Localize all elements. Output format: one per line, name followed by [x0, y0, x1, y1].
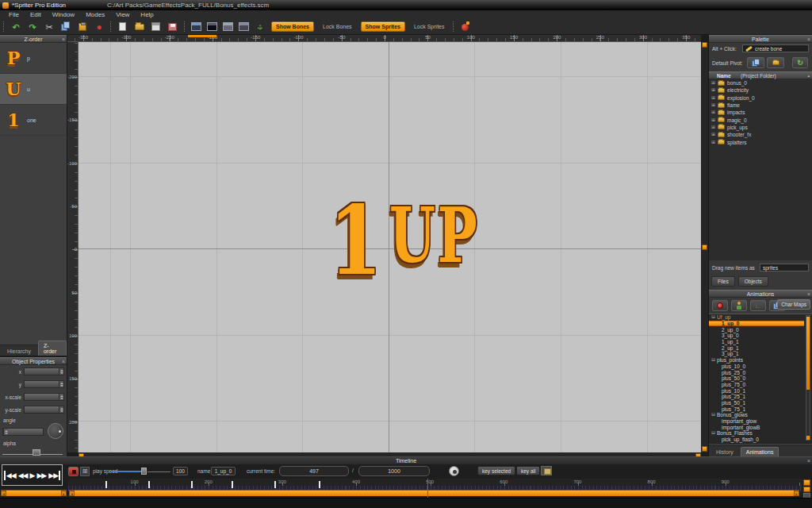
paste-icon[interactable]	[77, 21, 88, 32]
scroll-down-arrow[interactable]	[806, 436, 810, 440]
menu-item[interactable]: File	[3, 11, 25, 18]
close-icon[interactable]: ×	[807, 36, 810, 43]
key-icon[interactable]	[449, 466, 459, 476]
timeline-options-button[interactable]	[541, 466, 552, 475]
folder-row[interactable]: bonus_0	[709, 79, 812, 87]
split-view-icon[interactable]	[223, 22, 233, 31]
scroll-left-arrow[interactable]: ◂	[1, 491, 6, 496]
pivot-files-button[interactable]	[747, 57, 764, 68]
collapse-icon[interactable]	[711, 412, 715, 418]
record-animation-button[interactable]	[712, 300, 728, 311]
playhead[interactable]	[427, 479, 428, 498]
expand-icon[interactable]	[711, 125, 715, 130]
play-speed-handle[interactable]	[141, 468, 147, 475]
timeline-header[interactable]: Timeline ×	[0, 456, 812, 464]
z-order-header[interactable]: Z-order ×	[0, 35, 67, 43]
alt-click-mode-select[interactable]: create bone	[742, 44, 809, 52]
vertical-ruler[interactable]	[67, 42, 79, 452]
expand-icon[interactable]	[711, 117, 715, 123]
animation-item[interactable]: plus_25_0	[709, 369, 804, 375]
sprite-up-text[interactable]: UP	[389, 206, 480, 265]
spinner[interactable]	[59, 394, 63, 400]
menu-item[interactable]: Window	[47, 11, 80, 18]
property-input[interactable]	[24, 368, 64, 375]
save-as-icon[interactable]	[167, 21, 178, 32]
timeline-scrollbar[interactable]: ◂ ▸	[69, 490, 799, 496]
redo-icon[interactable]: ↷	[27, 21, 38, 33]
animation-item[interactable]: Bonus_glows	[709, 412, 804, 418]
animation-item[interactable]: 3_up_0	[709, 333, 804, 339]
ruler-marker[interactable]	[188, 35, 216, 37]
transport-button[interactable]: ◀◀	[4, 471, 16, 480]
dark-view-icon[interactable]	[207, 22, 217, 31]
property-input[interactable]	[24, 406, 64, 414]
animation-item[interactable]: Bonus_Flashes	[709, 430, 804, 437]
property-input[interactable]	[24, 380, 64, 388]
key-all-button[interactable]: key all	[516, 466, 540, 475]
property-input[interactable]	[24, 393, 64, 401]
expand-icon[interactable]	[711, 102, 715, 108]
transport-button[interactable]: ▶▶	[48, 471, 60, 480]
snap-grid-button[interactable]: ⊞	[80, 467, 90, 476]
angle-input[interactable]	[2, 428, 44, 436]
spinner[interactable]	[59, 368, 63, 375]
scroll-marker[interactable]	[803, 487, 810, 492]
z-order-tab[interactable]: Z-order	[38, 341, 67, 356]
key-selected-button[interactable]: key selected	[477, 466, 515, 475]
lock-bones-button[interactable]: Lock Bones	[320, 22, 355, 31]
animation-item[interactable]: 2_up_1	[709, 344, 804, 351]
fullscreen-icon[interactable]: ↔ ↕	[255, 21, 266, 32]
animations-tab[interactable]: Animations	[741, 447, 779, 456]
animation-name-input[interactable]: 1_up_0	[211, 467, 236, 475]
animation-item[interactable]: plus_10_1	[709, 387, 804, 394]
scrollbar-thumb[interactable]	[806, 317, 810, 390]
left-panel-scrollbar[interactable]: ◂ ▸	[1, 490, 67, 496]
undo-icon[interactable]: ↶	[10, 21, 21, 33]
expand-icon[interactable]	[711, 110, 715, 115]
animation-item[interactable]: plus_75_1	[709, 406, 804, 412]
folder-row[interactable]: magic_0	[709, 116, 812, 123]
animations-header[interactable]: Animations ×	[709, 290, 812, 298]
object-properties-header[interactable]: Object Properties ×	[0, 357, 67, 365]
refresh-button[interactable]: ↻	[792, 57, 808, 68]
expand-icon[interactable]	[711, 87, 715, 93]
folder-row[interactable]: shooter_fx	[709, 131, 812, 138]
folder-row[interactable]: pick_ups	[709, 124, 812, 131]
spinner[interactable]	[59, 381, 63, 387]
animation-item[interactable]: important_glow	[709, 418, 804, 425]
cut-icon[interactable]: ✂	[44, 21, 55, 33]
z-order-item[interactable]: U u	[0, 74, 67, 105]
animation-item[interactable]: 1_up_1	[709, 339, 804, 345]
new-animation-button[interactable]	[731, 300, 747, 311]
title-bar[interactable]: *Spriter Pro Edition C:/Art Packs/GameEf…	[0, 0, 812, 10]
animation-item[interactable]: plus_10_0	[709, 364, 804, 370]
folder-row[interactable]: flame	[709, 102, 812, 109]
scroll-right-arrow[interactable]: ▸	[61, 491, 67, 496]
animation-item[interactable]: 3_up_1	[709, 351, 804, 357]
close-icon[interactable]: ×	[807, 457, 810, 464]
scroll-marker[interactable]	[702, 446, 707, 452]
expand-icon[interactable]	[711, 132, 715, 137]
animation-item[interactable]: Uf_up	[709, 314, 804, 321]
animations-tab[interactable]: History	[711, 448, 738, 456]
view-mode-icon[interactable]	[191, 22, 201, 31]
scroll-left-arrow[interactable]: ◂	[69, 491, 75, 496]
close-icon[interactable]: ×	[62, 358, 65, 365]
animation-item[interactable]: 2_up_0	[709, 326, 804, 333]
name-column-header[interactable]: Name (Project Folder)	[709, 71, 812, 79]
menu-item[interactable]: View	[110, 11, 135, 18]
collapse-icon[interactable]	[711, 314, 715, 320]
scroll-marker[interactable]	[702, 244, 707, 250]
play-speed-value[interactable]: 100	[173, 467, 188, 475]
total-time-input[interactable]: 1000	[358, 466, 430, 476]
copy-icon[interactable]	[60, 21, 71, 32]
animation-item[interactable]: plus_50_1	[709, 400, 804, 406]
palette-tab[interactable]: Objects	[738, 276, 768, 287]
effects-icon[interactable]	[460, 21, 470, 32]
show-bones-button[interactable]: Show Bones	[271, 21, 314, 32]
transport-button[interactable]: ▶▶	[36, 471, 46, 480]
expand-icon[interactable]	[711, 80, 715, 86]
open-folder-icon[interactable]	[134, 21, 145, 32]
pivot-folder-button[interactable]	[767, 57, 784, 68]
show-sprites-button[interactable]: Show Sprites	[361, 21, 405, 32]
